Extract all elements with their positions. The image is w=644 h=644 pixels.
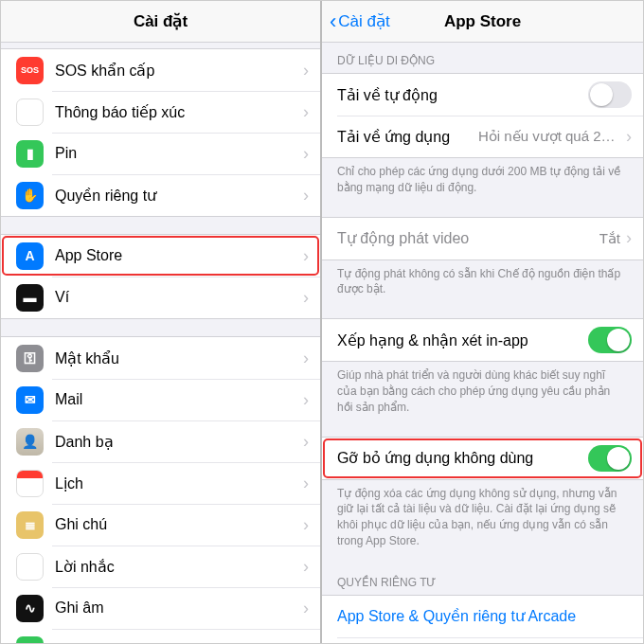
section-footer: Chỉ cho phép các ứng dụng dưới 200 MB tự…: [322, 158, 643, 200]
reminders-icon: ⦿: [16, 553, 44, 581]
settings-row-passwords[interactable]: ⚿Mật khẩu›: [1, 337, 320, 379]
chevron-right-icon: ›: [303, 61, 309, 80]
settings-row-calendar[interactable]: Lịch›: [1, 462, 320, 504]
row-offload[interactable]: Gỡ bỏ ứng dụng không dùng: [322, 438, 643, 479]
row-label: App Store: [55, 247, 303, 264]
exposure-icon: ❋: [16, 98, 44, 126]
chevron-left-icon: ‹: [330, 11, 336, 32]
mail-icon: ✉: [16, 386, 44, 414]
chevron-right-icon: ›: [303, 432, 309, 452]
row-value: Tắt: [599, 230, 620, 247]
row-label: Quyền riêng tư: [55, 187, 303, 205]
chevron-right-icon: ›: [303, 515, 309, 535]
row-label: Danh bạ: [55, 433, 303, 451]
chevron-right-icon: ›: [303, 640, 309, 644]
section-footer: Giúp nhà phát triển và người dùng khác b…: [322, 362, 643, 419]
settings-row-appstore[interactable]: AApp Store›: [1, 235, 320, 277]
settings-row-battery[interactable]: ▮Pin›: [1, 133, 320, 174]
chevron-right-icon: ›: [303, 102, 309, 122]
row-label: Thông báo tiếp xúc: [55, 103, 303, 121]
chevron-right-icon: ›: [303, 599, 309, 618]
settings-row-mail[interactable]: ✉Mail›: [1, 379, 320, 420]
row-inapp-review[interactable]: Xếp hạng & nhận xét in-app: [322, 319, 643, 361]
row-label: Ví: [55, 289, 303, 306]
appstore-header: ‹ Cài đặt App Store: [322, 1, 643, 43]
row-label: Ghi chú: [55, 516, 303, 533]
row-label: Pin: [55, 145, 303, 162]
chevron-right-icon: ›: [303, 144, 309, 164]
notes-icon: ≣: [16, 511, 44, 539]
row-video-autoplay[interactable]: Tự động phát videoTắt›: [322, 218, 643, 259]
row-value: Hỏi nếu vượt quá 200...: [478, 128, 620, 145]
settings-root-pane: Cài đặt SOSSOS khẩn cấp›❋Thông báo tiếp …: [1, 1, 322, 643]
settings-row-notes[interactable]: ≣Ghi chú›: [1, 504, 320, 546]
settings-row-voicememo[interactable]: ∿Ghi âm›: [1, 587, 320, 629]
appstore-settings-pane: ‹ Cài đặt App Store DỮ LIỆU DI ĐỘNGTải v…: [322, 1, 643, 643]
toggle-inapp-review[interactable]: [588, 327, 632, 353]
row-label: App Store & Quyền riêng tư Arcade: [337, 607, 632, 625]
row-label: Gỡ bỏ ứng dụng không dùng: [337, 449, 588, 467]
row-label: SOS khẩn cấp: [55, 62, 303, 80]
chevron-right-icon: ›: [303, 288, 309, 308]
chevron-right-icon: ›: [303, 246, 309, 266]
settings-row-phone[interactable]: ✆Điện thoại›: [1, 629, 320, 643]
row-label: Mật khẩu: [55, 349, 303, 367]
row-privacy-arcade[interactable]: App Store & Quyền riêng tư Arcade: [322, 596, 643, 637]
toggle-auto-download[interactable]: [588, 81, 632, 108]
chevron-right-icon: ›: [626, 127, 632, 147]
row-label: Tải về ứng dụng: [337, 128, 478, 146]
chevron-right-icon: ›: [303, 474, 309, 493]
row-label: Lời nhắc: [55, 558, 303, 576]
row-app-download[interactable]: Tải về ứng dụngHỏi nếu vượt quá 200...›: [322, 116, 643, 157]
row-auto-download[interactable]: Tải về tự động: [322, 74, 643, 116]
settings-row-sos[interactable]: SOSSOS khẩn cấp›: [1, 49, 320, 91]
chevron-right-icon: ›: [303, 390, 309, 410]
settings-header: Cài đặt: [1, 1, 320, 43]
section-header: QUYỀN RIÊNG TƯ: [322, 570, 643, 595]
row-label: Xếp hạng & nhận xét in-app: [337, 331, 588, 349]
row-label: Điện thoại: [55, 641, 303, 644]
calendar-icon: [16, 470, 44, 497]
settings-row-contacts[interactable]: 👤Danh bạ›: [1, 420, 320, 462]
battery-icon: ▮: [16, 140, 44, 168]
wallet-icon: ▬: [16, 284, 44, 312]
sos-icon: SOS: [16, 57, 44, 84]
row-label: Mail: [55, 391, 303, 408]
appstore-title: App Store: [444, 12, 521, 31]
settings-title: Cài đặt: [134, 11, 188, 31]
privacy-icon: ✋: [16, 182, 44, 209]
back-label: Cài đặt: [338, 11, 389, 31]
row-label: Tải về tự động: [337, 86, 588, 104]
row-personalized[interactable]: Đề xuất được cá nhân hóa: [322, 637, 643, 643]
contacts-icon: 👤: [16, 428, 44, 456]
chevron-right-icon: ›: [626, 228, 632, 248]
section-header: DỮ LIỆU DI ĐỘNG: [322, 48, 643, 73]
appstore-icon: A: [16, 242, 44, 270]
settings-row-wallet[interactable]: ▬Ví›: [1, 277, 320, 318]
section-footer: Tự động xóa các ứng dụng không sử dụng, …: [322, 480, 643, 553]
chevron-right-icon: ›: [303, 557, 309, 577]
row-label: Ghi âm: [55, 599, 303, 617]
settings-row-reminders[interactable]: ⦿Lời nhắc›: [1, 546, 320, 587]
chevron-right-icon: ›: [303, 186, 309, 206]
section-footer: Tự động phát không có sẵn khi Chế độ ngu…: [322, 260, 643, 302]
voicememo-icon: ∿: [16, 595, 44, 622]
chevron-right-icon: ›: [303, 349, 309, 368]
settings-row-privacy[interactable]: ✋Quyền riêng tư›: [1, 174, 320, 216]
back-button[interactable]: ‹ Cài đặt: [330, 11, 390, 32]
settings-row-exposure[interactable]: ❋Thông báo tiếp xúc›: [1, 91, 320, 133]
row-label: Tự động phát video: [337, 229, 599, 247]
key-icon: ⚿: [16, 345, 44, 372]
row-label: Lịch: [55, 474, 303, 492]
toggle-offload[interactable]: [588, 445, 632, 472]
phone-icon: ✆: [16, 636, 44, 644]
